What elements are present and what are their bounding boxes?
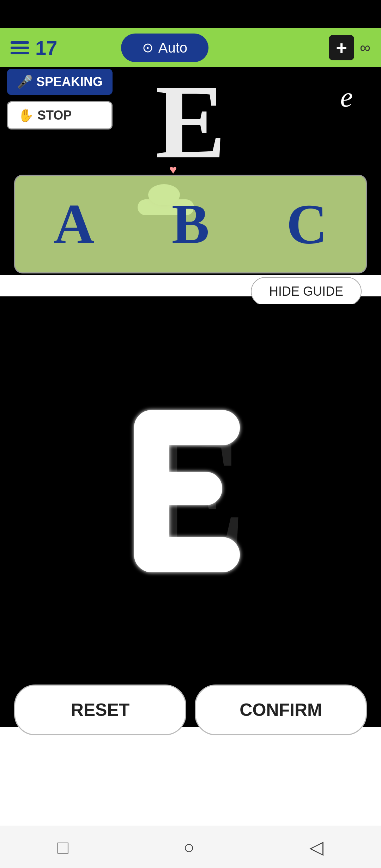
reset-label: RESET [71,700,130,720]
reset-button[interactable]: RESET [14,685,186,735]
menu-icon[interactable] [11,41,29,54]
hide-guide-label: HIDE GUIDE [269,284,343,299]
header-right: + ∞ [329,35,370,60]
option-a[interactable]: A [54,192,95,257]
option-b[interactable]: B [172,192,210,257]
nav-back-icon[interactable]: ◁ [309,837,323,858]
hide-guide-button[interactable]: HIDE GUIDE [251,277,362,306]
small-letter-e: e [340,81,353,113]
speaking-button[interactable]: 🎤 SPEAKING [7,69,113,95]
big-letter-text: E [155,69,226,175]
bottom-white-area [0,727,381,826]
infinity-label: ∞ [360,39,370,56]
header-left: 17 [11,36,57,59]
speak-stop-area: 🎤 SPEAKING ✋ STOP [7,69,113,129]
option-c[interactable]: C [286,192,327,257]
auto-label: Auto [158,40,187,56]
level-number: 17 [35,36,57,59]
nav-circle-icon[interactable]: ○ [183,837,194,858]
auto-button[interactable]: ⊙ Auto [121,34,208,62]
plus-icon: + [336,38,347,57]
status-bar [0,0,381,28]
plus-button[interactable]: + [329,35,354,60]
header: 17 ⊙ Auto + ∞ [0,28,381,67]
drawing-canvas[interactable]: E [14,304,367,678]
drawn-e-container: E [92,385,289,597]
bottom-navigation: □ ○ ◁ [0,826,381,868]
drawn-e-svg [106,392,275,590]
confirm-label: CONFIRM [240,700,322,720]
confirm-button[interactable]: CONFIRM [195,685,367,735]
action-buttons: RESET CONFIRM [14,685,367,735]
svg-rect-1 [134,410,240,445]
speaking-label: 🎤 SPEAKING [17,74,103,89]
nav-square-icon[interactable]: □ [58,837,68,858]
auto-icon: ⊙ [142,40,153,55]
stop-label: ✋ STOP [18,108,72,123]
svg-rect-3 [134,537,240,572]
svg-rect-2 [134,472,222,505]
answer-options-box: A B C [14,175,367,273]
stop-button[interactable]: ✋ STOP [7,101,113,129]
